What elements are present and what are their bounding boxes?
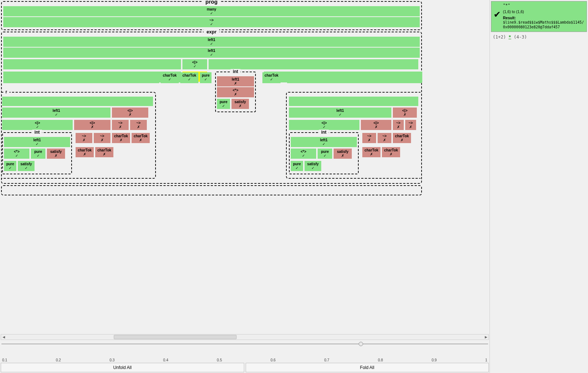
lp-tilde-f2[interactable]: ~>✗ bbox=[130, 120, 147, 130]
info-result-label: Result: bbox=[503, 16, 516, 20]
group-int-mid[interactable]: int left1✗ <*>✗ pure✓ satisfy✗ bbox=[215, 72, 256, 112]
zoom-tick-labels: 0.10.20.30.40.50.60.70.80.91 bbox=[2, 350, 487, 362]
rp-charTok-f2[interactable]: charTok✗ bbox=[382, 147, 400, 157]
rp-int-pure[interactable]: pure✓ bbox=[318, 149, 332, 159]
horizontal-scrollbar[interactable]: ◀ ▶ bbox=[1, 334, 489, 340]
rp-alt-fail-big[interactable]: <|>✗ bbox=[393, 108, 417, 118]
rp-int-satisfy[interactable]: satisfy✗ bbox=[334, 149, 352, 159]
zoom-handle[interactable] bbox=[359, 342, 363, 346]
node-left1-b[interactable]: left1✓ bbox=[3, 48, 420, 58]
zoom-track bbox=[1, 344, 488, 344]
scrollbar-thumb[interactable] bbox=[114, 335, 237, 339]
node-charTok-b[interactable]: charTok✓ bbox=[180, 72, 198, 83]
rp-alt-fail2[interactable]: <|>✗ bbox=[361, 120, 391, 130]
lp-charTok-f4[interactable]: charTok✗ bbox=[95, 147, 113, 157]
node-many[interactable]: many✓ bbox=[3, 6, 420, 16]
bottom-controls: ◀ ▶ 0.10.20.30.40.50.60.70.80.91 Unfold … bbox=[0, 333, 490, 373]
group-r-left[interactable]: r left1✓ <|>✗ <|>✓ <|>✗ bbox=[1, 92, 156, 179]
lp-tilde-f3[interactable]: ~>✗ bbox=[76, 133, 92, 143]
group-r-right[interactable]: left1✓ <|>✗ <|>✓ <|>✗ ~>✗ ~>✗ bbox=[286, 92, 420, 179]
rp-tilde-f2[interactable]: ~>✗ bbox=[378, 133, 391, 143]
lp-int-satisfy[interactable]: satisfy✗ bbox=[47, 149, 65, 159]
node-green-wide-l3[interactable] bbox=[3, 72, 159, 83]
group-label-int-mid: int bbox=[231, 69, 241, 74]
node-charTok-a[interactable]: charTok✓ bbox=[161, 72, 179, 83]
lp-int-pure2[interactable]: pure✓ bbox=[4, 161, 16, 171]
rp-strip[interactable] bbox=[289, 97, 418, 106]
rp-charTok-f1[interactable]: charTok✗ bbox=[362, 147, 380, 157]
lp-alt-fail-big[interactable]: <|>✗ bbox=[112, 108, 148, 118]
node-left1-a[interactable]: left1✓ bbox=[3, 37, 420, 47]
scroll-left-arrow[interactable]: ◀ bbox=[1, 335, 6, 340]
group-prog[interactable]: prog many✓ ~>✓ bbox=[1, 1, 422, 30]
rp-tilde-f[interactable]: ~>✗ bbox=[393, 120, 404, 130]
group-label-int-right: int bbox=[319, 130, 329, 135]
lp-tilde-f4[interactable]: ~>✗ bbox=[94, 133, 110, 143]
node-alt[interactable]: <|>✓ bbox=[182, 59, 207, 69]
tree-content: prog many✓ ~>✓ expr left1✓ bbox=[1, 1, 422, 195]
rp-tilde-fextra[interactable]: ~>✗ bbox=[405, 120, 416, 130]
group-label-prog: prog bbox=[202, 0, 220, 5]
check-icon: ✔ bbox=[494, 9, 501, 20]
group-collapsed-bottom[interactable] bbox=[1, 185, 422, 195]
rp-int-satisfy2[interactable]: satisfy✓ bbox=[305, 161, 321, 171]
int-mid-left1[interactable]: left1✗ bbox=[217, 76, 254, 86]
rp-alt-ok[interactable]: <|>✓ bbox=[289, 120, 359, 130]
lp-int-pure[interactable]: pure✓ bbox=[31, 149, 45, 159]
unfold-all-button[interactable]: Unfold All bbox=[1, 363, 244, 372]
group-int-left[interactable]: int left1✓ <*>✓ pure✓ satisfy✗ bbox=[2, 132, 72, 174]
int-mid-pure[interactable]: pure✓ bbox=[217, 99, 230, 109]
info-node-title: "*" bbox=[503, 3, 584, 8]
rp-int-pure2[interactable]: pure✓ bbox=[291, 161, 303, 171]
expr-row-chartok: charTok✓ charTok✓ pure✓ charTok✓ bbox=[3, 72, 420, 84]
expr-lower-row: r left1✓ <|>✗ <|>✓ <|>✗ bbox=[3, 91, 420, 179]
rp-charTok-f[interactable]: charTok✗ bbox=[393, 133, 411, 143]
fold-all-button[interactable]: Fold All bbox=[246, 363, 489, 372]
rp-left1[interactable]: left1✓ bbox=[289, 108, 391, 118]
node-green-wide-r[interactable] bbox=[209, 59, 418, 69]
rp-tilde-f1[interactable]: ~>✗ bbox=[362, 133, 376, 143]
code-pre: (1+2) bbox=[493, 35, 506, 40]
sidebar: ✔ "*" (1,6) to (1,6) Result: $line9.$rea… bbox=[490, 0, 588, 373]
info-result-value: $line9.$read$$iw$Maths$$$Lambda$1145/0x0… bbox=[503, 20, 584, 29]
lp-alt-ok[interactable]: <|>✓ bbox=[2, 120, 73, 130]
rp-int-left1[interactable]: left1✓ bbox=[291, 137, 357, 147]
rp-int-star[interactable]: <*>✓ bbox=[291, 149, 316, 159]
lp-tilde-f1[interactable]: ~>✗ bbox=[112, 120, 129, 130]
lp-charTok-f2[interactable]: charTok✗ bbox=[132, 133, 150, 143]
lp-int-satisfy2[interactable]: satisfy✓ bbox=[18, 161, 35, 171]
code-highlight: * bbox=[508, 35, 511, 40]
node-tilde[interactable]: ~>✓ bbox=[3, 17, 420, 27]
group-label-expr: expr bbox=[204, 29, 219, 35]
lp-charTok-f1[interactable]: charTok✗ bbox=[112, 133, 130, 143]
node-charTok-c[interactable]: charTok✓ bbox=[262, 72, 281, 83]
info-card[interactable]: ✔ "*" (1,6) to (1,6) Result: $line9.$rea… bbox=[491, 1, 587, 32]
expr-row-alt: <|>✓ bbox=[3, 58, 420, 70]
tree-scroll-area[interactable]: prog many✓ ~>✓ expr left1✓ bbox=[0, 0, 490, 333]
node-green-wide-r3[interactable] bbox=[287, 72, 422, 83]
lp-charTok-f3[interactable]: charTok✗ bbox=[76, 147, 94, 157]
group-label-r: r bbox=[3, 89, 9, 94]
scroll-right-arrow[interactable]: ▶ bbox=[483, 335, 488, 340]
code-post: (4-3) bbox=[514, 35, 527, 40]
group-label-int-left: int bbox=[32, 130, 42, 135]
zoom-slider[interactable] bbox=[1, 341, 488, 349]
int-mid-star[interactable]: <*>✗ bbox=[217, 87, 254, 97]
lp-alt-fail2[interactable]: <|>✗ bbox=[74, 120, 110, 130]
int-mid-satisfy[interactable]: satisfy✗ bbox=[231, 99, 249, 109]
group-expr[interactable]: expr left1✓ left1✓ <|>✓ bbox=[1, 32, 422, 184]
code-line: (1+2) * (4-3) bbox=[490, 33, 588, 41]
main-panel: prog many✓ ~>✓ expr left1✓ bbox=[0, 0, 490, 373]
node-green-wide-l[interactable] bbox=[3, 59, 181, 69]
lp-int-star[interactable]: <*>✓ bbox=[4, 149, 29, 159]
lp-left1[interactable]: left1✓ bbox=[2, 108, 110, 118]
group-int-right[interactable]: int left1✓ <*>✓ pure✓ satisfy✗ bbox=[289, 132, 359, 174]
info-range: (1,6) to (1,6) bbox=[503, 9, 584, 14]
lp-strip[interactable] bbox=[2, 97, 153, 106]
lp-int-left1[interactable]: left1✓ bbox=[4, 137, 70, 147]
node-pure[interactable]: pure✓ bbox=[200, 72, 212, 83]
